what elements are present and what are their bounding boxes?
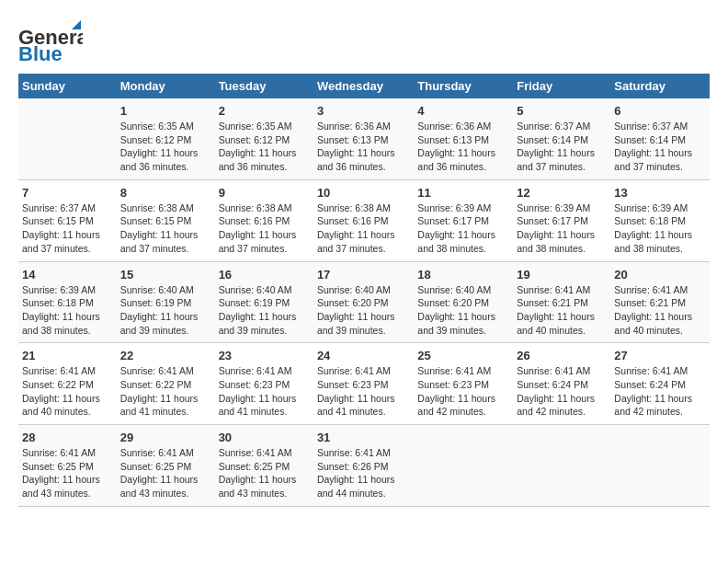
calendar-cell: 28Sunrise: 6:41 AM Sunset: 6:25 PM Dayli… bbox=[18, 425, 117, 507]
calendar-cell: 6Sunrise: 6:37 AM Sunset: 6:14 PM Daylig… bbox=[610, 98, 710, 179]
day-number: 26 bbox=[517, 349, 607, 362]
calendar-cell: 30Sunrise: 6:41 AM Sunset: 6:25 PM Dayli… bbox=[215, 425, 313, 507]
day-info: Sunrise: 6:41 AM Sunset: 6:24 PM Dayligh… bbox=[614, 364, 706, 419]
day-number: 10 bbox=[317, 186, 410, 200]
calendar-cell: 17Sunrise: 6:40 AM Sunset: 6:20 PM Dayli… bbox=[313, 261, 414, 343]
calendar-cell bbox=[513, 425, 610, 507]
calendar-cell bbox=[610, 425, 710, 507]
calendar-cell bbox=[18, 98, 117, 179]
day-info: Sunrise: 6:35 AM Sunset: 6:12 PM Dayligh… bbox=[219, 120, 310, 174]
day-number: 16 bbox=[219, 268, 310, 282]
day-number: 28 bbox=[22, 431, 113, 444]
day-info: Sunrise: 6:37 AM Sunset: 6:15 PM Dayligh… bbox=[22, 201, 113, 256]
day-info: Sunrise: 6:41 AM Sunset: 6:25 PM Dayligh… bbox=[22, 446, 113, 500]
day-number: 23 bbox=[219, 349, 310, 362]
day-info: Sunrise: 6:41 AM Sunset: 6:21 PM Dayligh… bbox=[517, 283, 607, 338]
calendar-cell: 13Sunrise: 6:39 AM Sunset: 6:18 PM Dayli… bbox=[610, 179, 710, 261]
calendar-cell: 9Sunrise: 6:38 AM Sunset: 6:16 PM Daylig… bbox=[215, 179, 313, 261]
day-number: 5 bbox=[517, 104, 607, 118]
day-info: Sunrise: 6:37 AM Sunset: 6:14 PM Dayligh… bbox=[517, 120, 607, 174]
day-info: Sunrise: 6:41 AM Sunset: 6:23 PM Dayligh… bbox=[317, 364, 410, 419]
day-number: 27 bbox=[614, 349, 706, 362]
svg-text:Blue: Blue bbox=[18, 42, 63, 64]
day-number: 9 bbox=[219, 186, 310, 200]
calendar-cell: 5Sunrise: 6:37 AM Sunset: 6:14 PM Daylig… bbox=[513, 98, 610, 179]
page-header: General Blue bbox=[18, 18, 710, 64]
calendar-cell: 20Sunrise: 6:41 AM Sunset: 6:21 PM Dayli… bbox=[610, 261, 710, 343]
day-number: 29 bbox=[120, 431, 211, 444]
day-info: Sunrise: 6:41 AM Sunset: 6:25 PM Dayligh… bbox=[219, 446, 310, 500]
day-number: 8 bbox=[120, 186, 211, 200]
day-info: Sunrise: 6:39 AM Sunset: 6:17 PM Dayligh… bbox=[417, 201, 509, 256]
calendar-cell bbox=[414, 425, 513, 507]
calendar-cell: 8Sunrise: 6:38 AM Sunset: 6:15 PM Daylig… bbox=[117, 179, 215, 261]
calendar-cell: 16Sunrise: 6:40 AM Sunset: 6:19 PM Dayli… bbox=[215, 261, 313, 343]
calendar-cell: 27Sunrise: 6:41 AM Sunset: 6:24 PM Dayli… bbox=[610, 343, 710, 425]
calendar-cell: 25Sunrise: 6:41 AM Sunset: 6:23 PM Dayli… bbox=[414, 343, 513, 425]
day-number: 19 bbox=[517, 268, 607, 282]
calendar-cell: 11Sunrise: 6:39 AM Sunset: 6:17 PM Dayli… bbox=[414, 179, 513, 261]
day-number: 3 bbox=[317, 104, 410, 118]
calendar-cell: 10Sunrise: 6:38 AM Sunset: 6:16 PM Dayli… bbox=[313, 179, 414, 261]
header-cell: Tuesday bbox=[215, 74, 313, 98]
day-info: Sunrise: 6:41 AM Sunset: 6:21 PM Dayligh… bbox=[614, 283, 706, 338]
day-info: Sunrise: 6:40 AM Sunset: 6:20 PM Dayligh… bbox=[417, 283, 509, 338]
day-info: Sunrise: 6:37 AM Sunset: 6:14 PM Dayligh… bbox=[614, 120, 706, 174]
calendar-cell: 4Sunrise: 6:36 AM Sunset: 6:13 PM Daylig… bbox=[414, 98, 513, 179]
day-info: Sunrise: 6:41 AM Sunset: 6:23 PM Dayligh… bbox=[219, 364, 310, 419]
calendar-cell: 21Sunrise: 6:41 AM Sunset: 6:22 PM Dayli… bbox=[18, 343, 117, 425]
logo-icon: General Blue bbox=[18, 18, 83, 64]
calendar-cell: 31Sunrise: 6:41 AM Sunset: 6:26 PM Dayli… bbox=[313, 425, 414, 507]
day-info: Sunrise: 6:36 AM Sunset: 6:13 PM Dayligh… bbox=[317, 120, 410, 174]
day-number: 20 bbox=[614, 268, 706, 282]
day-info: Sunrise: 6:35 AM Sunset: 6:12 PM Dayligh… bbox=[120, 120, 211, 174]
header-row: SundayMondayTuesdayWednesdayThursdayFrid… bbox=[18, 74, 710, 98]
day-number: 1 bbox=[120, 104, 211, 118]
day-number: 15 bbox=[120, 268, 211, 282]
calendar-week-row: 14Sunrise: 6:39 AM Sunset: 6:18 PM Dayli… bbox=[18, 261, 710, 343]
day-number: 4 bbox=[417, 104, 509, 118]
header-cell: Friday bbox=[513, 74, 610, 98]
day-number: 14 bbox=[22, 268, 113, 282]
day-info: Sunrise: 6:41 AM Sunset: 6:26 PM Dayligh… bbox=[317, 446, 410, 500]
day-number: 24 bbox=[317, 349, 410, 362]
calendar-table: SundayMondayTuesdayWednesdayThursdayFrid… bbox=[18, 74, 710, 507]
day-number: 11 bbox=[417, 186, 509, 200]
day-number: 2 bbox=[219, 104, 310, 118]
header-cell: Saturday bbox=[610, 74, 710, 98]
calendar-cell: 23Sunrise: 6:41 AM Sunset: 6:23 PM Dayli… bbox=[215, 343, 313, 425]
day-number: 18 bbox=[417, 268, 509, 282]
day-number: 7 bbox=[22, 186, 113, 200]
day-info: Sunrise: 6:39 AM Sunset: 6:18 PM Dayligh… bbox=[22, 283, 113, 338]
calendar-cell: 7Sunrise: 6:37 AM Sunset: 6:15 PM Daylig… bbox=[18, 179, 117, 261]
svg-marker-2 bbox=[72, 20, 81, 29]
calendar-cell: 12Sunrise: 6:39 AM Sunset: 6:17 PM Dayli… bbox=[513, 179, 610, 261]
calendar-week-row: 1Sunrise: 6:35 AM Sunset: 6:12 PM Daylig… bbox=[18, 98, 710, 179]
day-info: Sunrise: 6:40 AM Sunset: 6:19 PM Dayligh… bbox=[219, 283, 310, 338]
calendar-week-row: 21Sunrise: 6:41 AM Sunset: 6:22 PM Dayli… bbox=[18, 343, 710, 425]
day-info: Sunrise: 6:38 AM Sunset: 6:16 PM Dayligh… bbox=[219, 201, 310, 256]
calendar-cell: 22Sunrise: 6:41 AM Sunset: 6:22 PM Dayli… bbox=[117, 343, 215, 425]
day-info: Sunrise: 6:41 AM Sunset: 6:23 PM Dayligh… bbox=[417, 364, 509, 419]
calendar-cell: 19Sunrise: 6:41 AM Sunset: 6:21 PM Dayli… bbox=[513, 261, 610, 343]
day-info: Sunrise: 6:38 AM Sunset: 6:15 PM Dayligh… bbox=[120, 201, 211, 256]
header-cell: Wednesday bbox=[313, 74, 414, 98]
header-cell: Sunday bbox=[18, 74, 117, 98]
day-number: 6 bbox=[614, 104, 706, 118]
calendar-cell: 3Sunrise: 6:36 AM Sunset: 6:13 PM Daylig… bbox=[313, 98, 414, 179]
header-cell: Thursday bbox=[414, 74, 513, 98]
calendar-cell: 26Sunrise: 6:41 AM Sunset: 6:24 PM Dayli… bbox=[513, 343, 610, 425]
day-info: Sunrise: 6:41 AM Sunset: 6:25 PM Dayligh… bbox=[120, 446, 211, 500]
calendar-cell: 18Sunrise: 6:40 AM Sunset: 6:20 PM Dayli… bbox=[414, 261, 513, 343]
logo: General Blue bbox=[18, 18, 83, 64]
calendar-cell: 24Sunrise: 6:41 AM Sunset: 6:23 PM Dayli… bbox=[313, 343, 414, 425]
calendar-cell: 2Sunrise: 6:35 AM Sunset: 6:12 PM Daylig… bbox=[215, 98, 313, 179]
day-number: 21 bbox=[22, 349, 113, 362]
day-info: Sunrise: 6:41 AM Sunset: 6:24 PM Dayligh… bbox=[517, 364, 607, 419]
day-info: Sunrise: 6:38 AM Sunset: 6:16 PM Dayligh… bbox=[317, 201, 410, 256]
day-number: 31 bbox=[317, 431, 410, 444]
day-number: 25 bbox=[417, 349, 509, 362]
header-cell: Monday bbox=[117, 74, 215, 98]
day-number: 17 bbox=[317, 268, 410, 282]
day-info: Sunrise: 6:40 AM Sunset: 6:19 PM Dayligh… bbox=[120, 283, 211, 338]
